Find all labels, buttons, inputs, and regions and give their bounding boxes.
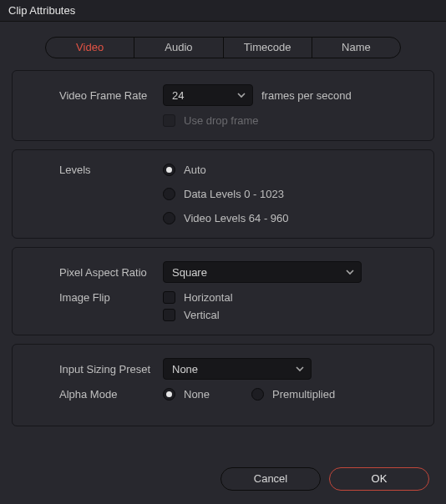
frame-rate-label: Video Frame Rate (29, 89, 163, 102)
drop-frame-row: Use drop frame (163, 114, 259, 127)
chevron-down-icon (237, 91, 246, 99)
alpha-premult-label: Premultiplied (272, 388, 335, 401)
image-flip-label: Image Flip (29, 291, 163, 304)
aspect-panel: Pixel Aspect Ratio Square Image Flip Hor (12, 247, 434, 335)
pixel-aspect-select[interactable]: Square (163, 261, 362, 283)
frame-rate-value: 24 (172, 89, 184, 102)
flip-horizontal-label: Horizontal (184, 291, 233, 304)
frame-rate-suffix: frames per second (261, 89, 352, 102)
flip-horizontal-checkbox[interactable] (163, 291, 175, 304)
pixel-aspect-value: Square (172, 266, 207, 279)
drop-frame-label: Use drop frame (184, 114, 259, 127)
pixel-aspect-label: Pixel Aspect Ratio (29, 266, 163, 279)
tab-name[interactable]: Name (312, 38, 400, 58)
levels-radio-group: Auto Data Levels 0 - 1023 Video Levels 6… (163, 164, 289, 224)
levels-video-radio[interactable] (163, 212, 175, 224)
window-content: Video Audio Timecode Name Video Frame Ra… (0, 22, 446, 504)
levels-panel: Levels Auto Data Levels 0 - 1023 (12, 149, 434, 239)
sizing-panel: Input Sizing Preset None Alpha Mode (12, 344, 434, 426)
clip-attributes-window: Clip Attributes Video Audio Timecode Nam… (0, 0, 446, 504)
flip-vertical-label: Vertical (184, 309, 220, 321)
levels-data-radio[interactable] (163, 188, 175, 200)
alpha-mode-group: None Premultiplied (163, 388, 335, 401)
flip-horizontal-row: Horizontal (163, 291, 233, 304)
alpha-mode-label: Alpha Mode (29, 388, 163, 401)
levels-label: Levels (29, 164, 163, 176)
alpha-premult-radio[interactable] (251, 388, 264, 401)
frame-rate-select[interactable]: 24 (163, 84, 253, 106)
input-sizing-select[interactable]: None (163, 358, 312, 380)
window-title: Clip Attributes (0, 0, 446, 22)
input-sizing-value: None (172, 363, 198, 375)
levels-video-label: Video Levels 64 - 960 (184, 212, 289, 224)
cancel-button[interactable]: Cancel (220, 467, 321, 491)
levels-auto-label: Auto (184, 164, 206, 176)
flip-vertical-row: Vertical (163, 309, 220, 321)
input-sizing-label: Input Sizing Preset (29, 363, 163, 375)
levels-auto-radio[interactable] (163, 164, 175, 176)
ok-button[interactable]: OK (329, 467, 429, 491)
alpha-none-radio[interactable] (163, 388, 175, 401)
alpha-none-label: None (184, 388, 210, 401)
footer: Cancel OK (12, 457, 434, 496)
flip-vertical-checkbox[interactable] (163, 309, 175, 321)
tab-video[interactable]: Video (46, 38, 134, 58)
chevron-down-icon (296, 365, 304, 373)
tab-bar: Video Audio Timecode Name (45, 37, 401, 58)
tab-timecode[interactable]: Timecode (224, 38, 312, 58)
frame-rate-panel: Video Frame Rate 24 frames per second (12, 70, 434, 141)
tab-audio[interactable]: Audio (134, 38, 223, 58)
levels-data-label: Data Levels 0 - 1023 (184, 188, 284, 200)
drop-frame-checkbox (163, 114, 175, 127)
chevron-down-icon (346, 268, 354, 276)
